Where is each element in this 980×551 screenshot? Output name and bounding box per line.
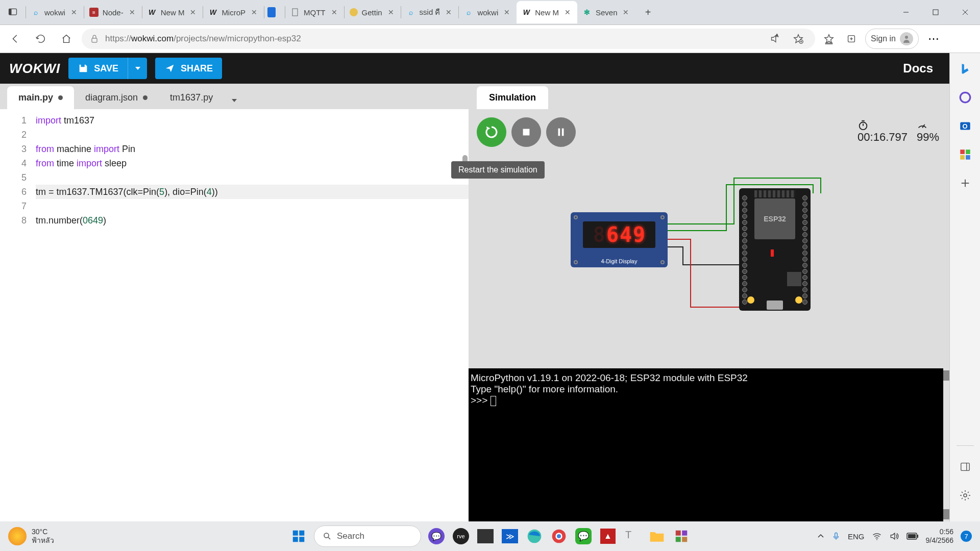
taskbar-app-text[interactable]: T [623,527,642,545]
simulation-tab[interactable]: Simulation [477,86,548,109]
back-button[interactable] [5,29,26,49]
favorite-icon[interactable] [790,30,807,47]
digit-0: 8 [593,223,605,246]
collections-icon[interactable] [843,30,860,47]
share-button[interactable]: SHARE [155,58,222,79]
pause-button[interactable] [546,117,576,147]
copilot-icon[interactable] [958,90,973,105]
close-icon[interactable]: ✕ [563,8,572,17]
close-icon[interactable]: ✕ [188,8,198,17]
restart-button[interactable]: Restart the simulation [477,117,506,147]
close-icon[interactable]: ✕ [330,8,339,17]
microphone-icon[interactable] [831,532,841,541]
taskbar-app-powershell[interactable]: ≫ [501,527,519,545]
scrollbar-thumb[interactable] [943,370,949,381]
close-window-button[interactable] [950,0,980,25]
clock[interactable]: 0:56 9/4/2566 [926,528,954,545]
save-dropdown-button[interactable] [128,58,147,79]
language-indicator[interactable]: ENG [848,532,865,541]
bing-icon[interactable] [958,61,973,77]
outlook-icon[interactable]: O [958,118,973,134]
close-icon[interactable]: ✕ [621,8,630,17]
line-gutter: 12345678 [0,109,36,521]
tray-chevron-icon[interactable] [817,533,824,540]
docs-link[interactable]: Docs [903,61,933,76]
tab-label: diagram.json [85,92,138,103]
close-icon[interactable]: ✕ [128,8,137,17]
browser-tab-1[interactable]: ≡ Node- ✕ [84,1,142,23]
more-menu-button[interactable]: ⋯ [924,29,944,49]
close-icon[interactable]: ✕ [250,8,259,17]
svg-text:A: A [776,33,778,38]
esp32-board[interactable]: ESP32 [739,188,811,311]
add-tool-button[interactable] [958,176,973,191]
games-icon[interactable] [958,147,973,162]
editor-tab-tm1637[interactable]: tm1637.py [159,86,224,109]
simulation-canvas[interactable]: Restart the simulation 00:16.797 99% [469,109,949,368]
console-scrollbar[interactable] [943,368,949,521]
editor-tab-main[interactable]: main.py [7,86,74,109]
read-aloud-icon[interactable]: A [766,30,783,47]
settings-icon[interactable] [958,488,973,503]
taskbar-app-explorer[interactable] [648,527,666,545]
close-icon[interactable]: ✕ [386,8,396,17]
browser-tab-10[interactable]: ✻ Seven ✕ [577,1,636,23]
taskbar-app-chat[interactable]: 💬 [427,527,446,545]
browser-tab-6[interactable]: Gettin ✕ [345,1,401,23]
editor-tab-diagram[interactable]: diagram.json [74,86,159,109]
browser-tab-3[interactable]: W MicroP ✕ [203,1,264,23]
editor-tabs: main.py diagram.json tm1637.py [0,84,469,109]
browser-tab-7[interactable]: ⌕ ssid คื ✕ [401,1,459,23]
browser-tab-4[interactable] [264,1,285,23]
board-led-left [747,296,754,304]
taskbar-app-dark[interactable]: rve [452,527,470,545]
serial-console[interactable]: MicroPython v1.19.1 on 2022-06-18; ESP32… [469,368,949,521]
scrollbar-thumb[interactable] [943,509,949,519]
minimize-button[interactable] [891,0,921,25]
svg-rect-47 [676,531,681,536]
favorites-list-icon[interactable] [820,30,838,47]
tab-title: ssid คื [420,6,440,18]
svg-point-41 [324,533,329,538]
taskbar-app-pdf[interactable]: ▲ [599,527,617,545]
code-content[interactable]: import tm1637from machine import Pinfrom… [36,109,469,521]
wokwi-icon: W [522,8,531,17]
browser-tab-5[interactable]: MQTT ✕ [285,1,344,23]
taskbar-app-chrome[interactable] [550,527,568,545]
close-icon[interactable]: ✕ [69,8,79,17]
browser-tab-0[interactable]: ⌕ wokwi ✕ [26,1,84,23]
close-icon[interactable]: ✕ [502,8,511,17]
sidebar-toggle-icon[interactable] [958,459,973,474]
browser-tab-9[interactable]: W New M ✕ [517,1,577,23]
new-tab-button[interactable]: + [640,4,656,20]
code-editor[interactable]: 12345678 import tm1637from machine impor… [0,109,469,521]
taskbar-app-terminal[interactable] [476,527,495,545]
sign-in-button[interactable]: Sign in [865,29,919,49]
close-icon[interactable]: ✕ [444,8,453,17]
home-button[interactable] [56,29,77,49]
taskbar-search[interactable]: Search [314,525,421,547]
svg-rect-7 [92,38,97,42]
stop-button[interactable] [511,117,541,147]
save-button[interactable]: SAVE [68,58,128,79]
wifi-icon[interactable] [872,531,882,541]
digit-2: 4 [620,223,632,246]
browser-tab-8[interactable]: ⌕ wokwi ✕ [459,1,517,23]
more-tabs-button[interactable] [224,92,244,109]
svg-rect-51 [835,533,838,537]
weather-widget[interactable]: 30°C ฟ้าหลัว [8,527,54,545]
volume-icon[interactable] [889,531,899,541]
browser-tab-2[interactable]: W New M ✕ [142,1,203,23]
wokwi-logo[interactable]: WOKWI [9,61,60,77]
taskbar-app-edge[interactable] [525,527,544,545]
battery-icon[interactable] [906,532,919,540]
start-button[interactable] [289,527,308,545]
taskbar-app-line[interactable]: 💬 [574,527,593,545]
seven-segment-display[interactable]: 8 6 4 9 4-Digit Display [571,212,668,267]
taskbar-app-blocks[interactable] [672,527,691,545]
maximize-button[interactable] [921,0,950,25]
address-bar[interactable]: https://wokwi.com/projects/new/micropyth… [82,29,815,49]
tab-actions-icon[interactable] [4,4,21,21]
notification-badge[interactable]: 7 [961,531,972,542]
refresh-button[interactable] [31,29,51,49]
